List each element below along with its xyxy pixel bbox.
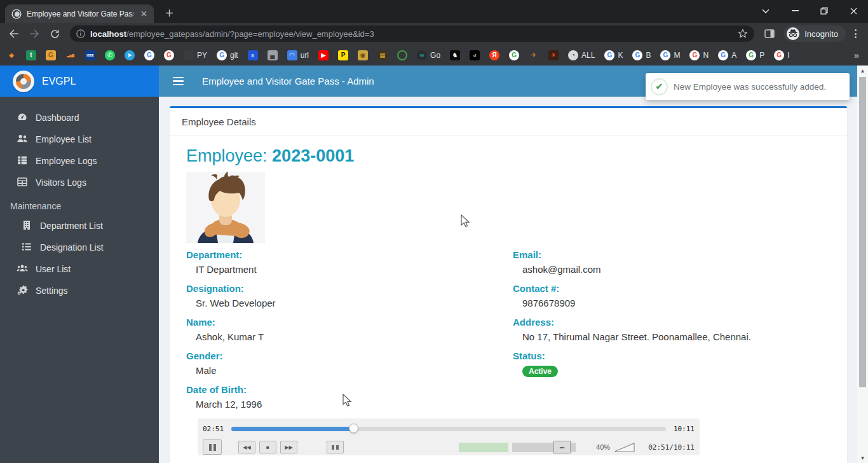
bookmark-globe-all[interactable]: ◔ALL — [568, 50, 595, 60]
url-path: /employee_gatepass/admin/?page=employee/… — [126, 29, 374, 39]
google-p-icon: G — [746, 50, 756, 60]
stop-button[interactable]: ■ — [259, 441, 276, 453]
forward-button[interactable] — [25, 25, 43, 43]
telegram-icon: ➤ — [125, 50, 135, 60]
sidebar-item-employee-list[interactable]: Employee List — [0, 128, 159, 150]
scrollbar-thumb[interactable] — [859, 77, 866, 387]
bookmark-ring[interactable] — [397, 50, 407, 60]
employee-fields: Department:IT DepartmentDesignation:Sr. … — [186, 249, 831, 418]
mouse-cursor — [461, 214, 470, 228]
bookmark-google-2[interactable]: G — [164, 50, 174, 60]
browser-tab[interactable]: Employee and Visitor Gate Pass — [5, 4, 154, 23]
tab-search-chevron-icon[interactable] — [751, 0, 780, 22]
bookmark-google-git[interactable]: Ggit — [217, 50, 238, 60]
sidebar-item-department-list[interactable]: Department List — [0, 215, 159, 237]
bookmark-whatsapp[interactable]: ✆ — [105, 50, 115, 60]
page-scrollbar[interactable]: ▲ ▼ — [857, 66, 868, 463]
bookmark-google-k[interactable]: GK — [604, 50, 623, 60]
browser-menu-icon[interactable] — [848, 29, 863, 38]
barcode-icon: ||| — [248, 50, 258, 60]
table-icon — [17, 176, 28, 190]
sidebar-item-user-list[interactable]: User List — [0, 258, 159, 280]
bookmark-analytics[interactable]: ▃▅▇ — [65, 50, 76, 60]
bookmark-google-1[interactable]: G — [144, 50, 154, 60]
sidebar-item-visitors-logs[interactable]: Visitors Logs — [0, 172, 159, 193]
status-badge: Active — [522, 366, 558, 377]
reload-button[interactable] — [46, 25, 64, 43]
building-icon — [21, 219, 32, 233]
next-button[interactable]: ▶▶ — [280, 441, 297, 453]
new-tab-button[interactable] — [161, 6, 177, 20]
previous-button[interactable]: ◀◀ — [238, 441, 255, 453]
bookmark-cl[interactable]: cl — [470, 50, 480, 60]
bookmark-sheets[interactable]: t — [26, 50, 36, 60]
bookmark-godaddy[interactable]: ∞Go — [417, 50, 440, 60]
volume-slider-handle[interactable]: ▬ — [553, 441, 571, 453]
sidebar-item-dashboard[interactable]: Dashboard — [0, 107, 159, 128]
bookmark-google-b[interactable]: GB — [632, 50, 651, 60]
scrollbar-up-arrow[interactable]: ▲ — [860, 66, 865, 76]
player-seek-knob[interactable] — [349, 424, 358, 433]
bookmark-url[interactable]: ◠url — [287, 50, 309, 60]
url-bar[interactable]: localhost/employee_gatepass/admin/?page=… — [70, 25, 754, 42]
yandex-icon: Я — [489, 50, 499, 60]
bookmark-label: B — [646, 51, 651, 60]
volume-wedge-icon[interactable] — [614, 442, 635, 452]
bookmark-phoenix[interactable]: ☀ — [548, 50, 559, 60]
player-seek-bar[interactable] — [231, 427, 666, 431]
bookmark-p-yellow[interactable]: P — [338, 50, 348, 60]
brand[interactable]: EVGPL — [0, 66, 159, 97]
bookmark-kiosk[interactable]: ▄ — [268, 50, 278, 60]
sidebar-item-employee-logs[interactable]: Employee Logs — [0, 150, 159, 172]
bookmark-ieee[interactable]: IEEE — [85, 50, 95, 60]
field-label: Address: — [513, 317, 831, 328]
bookmark-google-a[interactable]: GA — [718, 50, 736, 60]
back-button[interactable] — [5, 25, 23, 43]
bookmark-google-n[interactable]: GN — [689, 50, 709, 60]
site-info-icon[interactable] — [76, 29, 85, 38]
bookmarks-overflow-icon[interactable]: » — [854, 50, 862, 60]
hamburger-menu-icon[interactable] — [173, 77, 184, 86]
bookmark-camera[interactable]: ◉ — [358, 50, 368, 60]
playlist-button[interactable] — [327, 441, 344, 453]
list-icon — [21, 241, 32, 254]
ring-icon — [397, 50, 407, 60]
sidebar-item-settings[interactable]: Settings — [0, 280, 159, 301]
restore-button[interactable] — [810, 0, 839, 22]
kite-icon: ◆ — [6, 50, 17, 60]
tab-close-icon[interactable] — [139, 9, 149, 19]
field-label: Name: — [186, 317, 513, 328]
kiosk-icon: ▄ — [268, 50, 278, 60]
bookmark-kite[interactable]: ◆ — [6, 50, 17, 60]
close-window-button[interactable] — [839, 0, 868, 22]
bookmark-cart[interactable]: ▦ — [377, 50, 388, 60]
bookmark-google-p[interactable]: GP — [746, 50, 764, 60]
volume-slider[interactable]: ▬ — [512, 443, 576, 452]
side-panel-icon[interactable] — [761, 25, 778, 43]
sidebar-item-designation-list[interactable]: Designation List — [0, 237, 159, 258]
bookmark-barcode[interactable]: ||| — [248, 50, 258, 60]
bookmark-yandex[interactable]: Я — [489, 50, 499, 60]
bookmark-matlab[interactable]: ✈ — [529, 50, 539, 60]
minimize-button[interactable] — [780, 0, 810, 22]
bookmark-star-icon[interactable] — [738, 29, 748, 39]
incognito-badge: Incognito — [783, 25, 846, 42]
scrollbar-down-arrow[interactable]: ▼ — [860, 453, 865, 463]
fields-right-column: Email:ashok@gmail.comContact #:987667890… — [513, 249, 831, 418]
tab-title: Employee and Visitor Gate Pass — [27, 10, 133, 18]
sidebar: EVGPL DashboardEmployee ListEmployee Log… — [0, 66, 159, 463]
bookmark-google-m[interactable]: GM — [660, 50, 680, 60]
bookmark-youtube[interactable]: ▶ — [318, 50, 329, 60]
bookmark-box[interactable]: G — [46, 50, 56, 60]
bookmark-google-3[interactable]: G — [509, 50, 519, 60]
bookmark-eagle[interactable]: ♞ — [450, 50, 460, 60]
pause-button[interactable] — [203, 439, 222, 455]
field-label: Contact #: — [513, 283, 831, 294]
success-toast[interactable]: ✔ New Employee was successfully added. — [646, 73, 850, 100]
bookmark-label: I — [787, 51, 789, 60]
bookmark-py[interactable]: PY — [184, 50, 207, 60]
bookmark-google-i[interactable]: GI — [774, 50, 789, 60]
sheets-icon: t — [26, 50, 36, 60]
field-label: Status: — [513, 350, 831, 361]
bookmark-telegram[interactable]: ➤ — [125, 50, 135, 60]
